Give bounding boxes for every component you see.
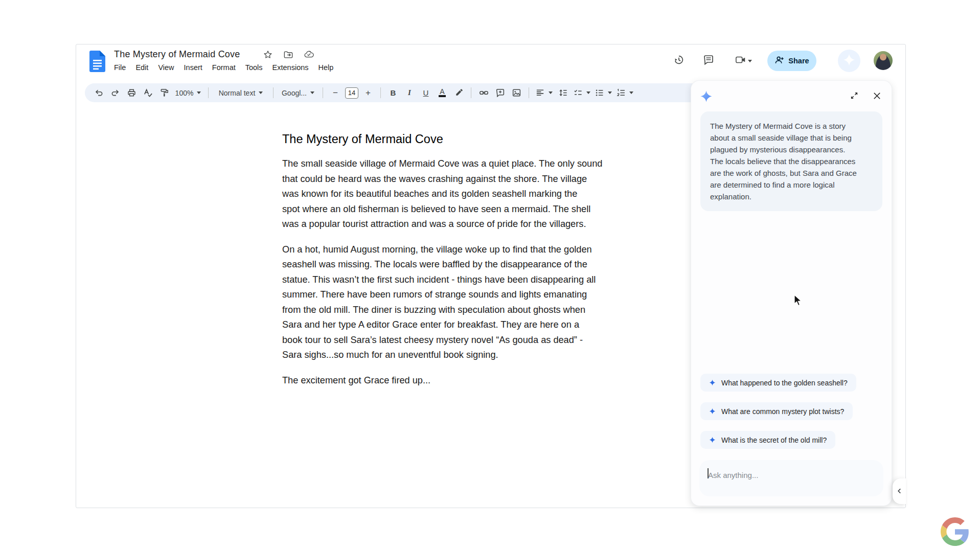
close-panel-button[interactable] <box>870 90 883 103</box>
chip-label: What are common mystery plot twists? <box>721 407 844 416</box>
gemini-spark-icon <box>700 90 713 103</box>
align-button[interactable] <box>535 86 553 100</box>
ask-anything-input[interactable] <box>708 469 872 481</box>
divider <box>380 87 381 98</box>
insert-image-button[interactable] <box>510 86 523 100</box>
styles-value: Normal text <box>219 89 256 97</box>
share-button[interactable]: Share <box>767 51 816 71</box>
comment-icon <box>703 54 714 67</box>
doc-body[interactable]: The small seaside village of Mermaid Cov… <box>282 156 681 398</box>
google-logo <box>941 517 969 546</box>
increase-font-size-button[interactable]: + <box>361 86 375 100</box>
expand-panel-button[interactable] <box>848 90 861 103</box>
divider <box>529 87 529 98</box>
doc-paragraph: On a hot, humid August morning, the vill… <box>282 242 681 363</box>
gemini-side-panel: The Mystery of Mermaid Cove is a story a… <box>691 81 892 506</box>
text-color-button[interactable]: A <box>436 86 449 100</box>
menu-extensions[interactable]: Extensions <box>272 63 309 72</box>
close-icon <box>872 91 882 103</box>
paint-format-button[interactable] <box>157 86 171 100</box>
menu-format[interactable]: Format <box>212 63 236 72</box>
zoom-value: 100% <box>175 89 194 97</box>
highlight-button[interactable] <box>452 86 465 100</box>
google-docs-icon[interactable] <box>89 51 105 72</box>
spellcheck-button[interactable] <box>141 86 154 100</box>
spark-icon <box>709 379 716 386</box>
menu-insert[interactable]: Insert <box>184 63 202 72</box>
ask-anything-inputbox[interactable] <box>699 460 883 496</box>
chip-label: What is the secret of the old mill? <box>721 436 827 444</box>
italic-button[interactable]: I <box>403 86 416 100</box>
chip-label: What happened to the golden seashell? <box>721 379 848 387</box>
spark-icon <box>709 437 716 443</box>
chevron-down-icon <box>629 92 633 94</box>
chevron-down-icon <box>197 92 201 94</box>
undo-button[interactable] <box>92 86 105 100</box>
version-history-button[interactable] <box>668 50 690 72</box>
line-spacing-button[interactable] <box>556 86 569 100</box>
redo-button[interactable] <box>108 86 122 100</box>
doc-heading: The Mystery of Mermaid Cove <box>282 132 443 146</box>
numbered-list-button[interactable] <box>616 86 634 100</box>
chevron-down-icon <box>259 92 263 94</box>
doc-paragraph: The small seaside village of Mermaid Cov… <box>282 156 681 232</box>
zoom-select[interactable]: 100% <box>174 86 202 100</box>
share-label: Share <box>788 57 809 65</box>
collapse-panel-tab[interactable] <box>893 478 906 504</box>
divider <box>471 87 471 98</box>
gemini-spark-icon <box>842 53 856 68</box>
chevron-down-icon <box>310 92 314 94</box>
checklist-button[interactable] <box>573 86 591 100</box>
suggestion-chip-plot-twists[interactable]: What are common mystery plot twists? <box>700 402 853 420</box>
font-value: Googl... <box>282 89 307 97</box>
gemini-button[interactable] <box>838 50 860 72</box>
gemini-summary-bubble: The Mystery of Mermaid Cove is a story a… <box>700 111 882 211</box>
bold-button[interactable]: B <box>386 86 400 100</box>
print-button[interactable] <box>125 86 138 100</box>
divider <box>208 87 209 98</box>
person-add-icon <box>774 55 784 66</box>
bulleted-list-button[interactable] <box>594 86 612 100</box>
underline-button[interactable]: U <box>419 86 432 100</box>
suggestion-chip-golden-seashell[interactable]: What happened to the golden seashell? <box>700 374 856 392</box>
color-bar <box>439 95 446 97</box>
doc-paragraph: The excitement got Grace fired up... <box>282 373 681 388</box>
cloud-status-icon[interactable] <box>304 50 314 59</box>
star-icon[interactable] <box>263 50 272 59</box>
font-size-input[interactable]: 14 <box>345 87 358 99</box>
document-title[interactable]: The Mystery of Mermaid Cove <box>114 49 240 60</box>
divider <box>323 87 323 98</box>
insert-link-button[interactable] <box>477 86 490 100</box>
menu-bar: File Edit View Insert Format Tools Exten… <box>114 63 333 72</box>
menu-tools[interactable]: Tools <box>245 63 263 72</box>
avatar[interactable] <box>874 51 893 70</box>
menu-file[interactable]: File <box>114 63 126 72</box>
comments-button[interactable] <box>697 50 720 72</box>
font-select[interactable]: Googl... <box>279 86 317 100</box>
chevron-down-icon <box>748 60 752 62</box>
gemini-summary-text: The Mystery of Mermaid Cove is a story a… <box>710 120 873 202</box>
menu-help[interactable]: Help <box>318 63 334 72</box>
menu-view[interactable]: View <box>158 63 174 72</box>
chevron-down-icon <box>586 92 590 94</box>
chevron-down-icon <box>549 92 553 94</box>
chevron-left-icon <box>897 487 902 496</box>
mouse-cursor <box>793 294 804 307</box>
chevron-down-icon <box>608 92 612 94</box>
toolbar: 100% Normal text Googl... − 14 + B I U A <box>85 83 706 102</box>
move-folder-icon[interactable] <box>284 50 293 59</box>
add-comment-button[interactable] <box>493 86 507 100</box>
suggestion-chip-old-mill[interactable]: What is the secret of the old mill? <box>700 431 835 449</box>
expand-icon <box>850 91 859 102</box>
meet-button[interactable] <box>729 50 758 72</box>
styles-select[interactable]: Normal text <box>214 86 267 100</box>
spark-icon <box>709 408 716 415</box>
divider <box>273 87 274 98</box>
video-camera-icon <box>735 54 746 67</box>
history-clock-icon <box>673 54 685 67</box>
menu-edit[interactable]: Edit <box>135 63 148 72</box>
decrease-font-size-button[interactable]: − <box>329 86 342 100</box>
